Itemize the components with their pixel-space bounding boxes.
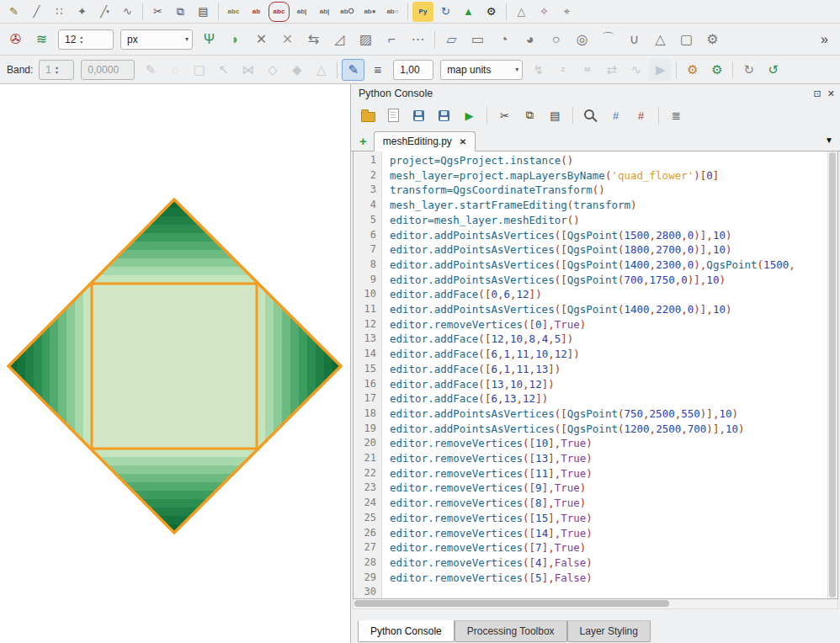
- shape-regular-polygon-icon[interactable]: △: [648, 27, 673, 51]
- reverse-line-icon[interactable]: ⇆: [301, 27, 326, 51]
- label-gray5-icon[interactable]: ab○: [382, 2, 403, 22]
- label-abc-pill-icon[interactable]: abc: [268, 2, 290, 22]
- map-canvas[interactable]: [0, 84, 351, 643]
- object-inspector-icon[interactable]: ≣: [666, 105, 687, 126]
- code-line[interactable]: editor.addPointsAsVertices([QgsPoint(120…: [390, 422, 827, 437]
- more-tools-icon[interactable]: ⋯: [406, 27, 430, 51]
- horizontal-scrollbar-thumb[interactable]: [354, 600, 669, 607]
- shape-polygon-icon[interactable]: ▱: [439, 27, 464, 51]
- vertical-scrollbar[interactable]: [827, 151, 837, 598]
- copy-features-icon[interactable]: ⧉: [170, 2, 191, 22]
- width-field[interactable]: 1,00: [393, 60, 433, 80]
- toggle-editing-icon[interactable]: ✎: [3, 2, 24, 22]
- find-text-icon[interactable]: [580, 105, 601, 126]
- tab-list-icon[interactable]: ▼: [825, 136, 833, 145]
- label-gray2-icon[interactable]: ab|: [314, 2, 335, 22]
- add-record-icon[interactable]: ∷: [49, 2, 70, 22]
- code-line[interactable]: editor.removeVertices([0],True): [390, 317, 827, 332]
- network-nodes-icon[interactable]: ⌖: [556, 2, 577, 22]
- code-line[interactable]: [390, 585, 827, 598]
- code-line[interactable]: editor.addFace([0,6,12]): [390, 287, 827, 302]
- code-line[interactable]: editor.removeVertices([8],True): [390, 496, 827, 511]
- reload-icon[interactable]: ↻: [737, 59, 760, 81]
- gear-plus-icon[interactable]: ⚙: [705, 59, 728, 81]
- code-line[interactable]: editor.addPointsAsVertices([QgsPoint(700…: [390, 273, 827, 288]
- code-line[interactable]: editor.addFace([13,10,12]): [390, 377, 827, 392]
- code-line[interactable]: editor.addFace([6,13,12]): [390, 391, 827, 407]
- elevation-profile-icon[interactable]: ▲: [458, 2, 479, 22]
- code-line[interactable]: editor.addPointsAsVertices([QgsPoint(180…: [390, 242, 827, 258]
- force-menu-icon[interactable]: ≡: [366, 59, 389, 81]
- reshape-icon[interactable]: ▨: [354, 27, 378, 51]
- band-spinner-arrows-icon[interactable]: ▴▾: [56, 65, 58, 75]
- label-gray3-icon[interactable]: abⵔ: [337, 2, 358, 22]
- offset-field[interactable]: 0,0000: [81, 60, 135, 80]
- save-icon[interactable]: [408, 105, 429, 126]
- label-gray4-icon[interactable]: ab●: [359, 2, 380, 22]
- open-script-icon[interactable]: [358, 105, 379, 126]
- digitize-line-icon[interactable]: ╱: [26, 2, 47, 22]
- refresh-icon[interactable]: ↻: [435, 2, 456, 22]
- shape-arc-icon[interactable]: ⌒: [596, 27, 620, 51]
- map-units-dropdown[interactable]: map units ▾: [440, 60, 523, 80]
- topology-nodes-icon[interactable]: ✧: [534, 2, 555, 22]
- band-spinner[interactable]: 1 ▴▾: [39, 60, 74, 80]
- new-tab-icon[interactable]: +: [359, 134, 367, 148]
- plugin-icon[interactable]: ⚙: [481, 2, 502, 22]
- delete-part-icon[interactable]: ✕: [275, 27, 300, 51]
- code-line[interactable]: transform=QgsCoordinateTransform(): [390, 183, 827, 198]
- code-line[interactable]: editor=mesh_layer.meshEditor(): [390, 213, 827, 228]
- copy-icon[interactable]: ⧉: [519, 105, 540, 126]
- dock-tab-python-console[interactable]: Python Console: [358, 620, 455, 642]
- vertical-scrollbar-thumb[interactable]: [829, 152, 836, 598]
- delete-selected-icon[interactable]: ✕: [249, 27, 274, 51]
- code-line[interactable]: editor.removeVertices([15],True): [390, 511, 827, 526]
- vertex-star-icon[interactable]: ✦: [72, 2, 93, 22]
- label-ab-red-icon[interactable]: ab: [246, 2, 267, 22]
- code-line[interactable]: editor.addFace([6,1,11,10,12]): [390, 347, 827, 362]
- curve-tool-icon[interactable]: ∿: [117, 2, 138, 22]
- float-panel-icon[interactable]: ⊡: [814, 88, 821, 99]
- code-line[interactable]: editor.addFace([12,10,8,4,5]): [390, 332, 827, 347]
- close-panel-icon[interactable]: ✕: [827, 88, 835, 99]
- code-line[interactable]: editor.removeVertices([9],True): [390, 481, 827, 496]
- tab-mesh-editing[interactable]: meshEditing.py ✕: [374, 131, 476, 151]
- uncomment-icon[interactable]: #: [630, 105, 651, 126]
- code-line[interactable]: editor.removeVertices([7],True): [390, 540, 827, 555]
- split-features-icon[interactable]: Ψ: [197, 27, 221, 51]
- units-dropdown-px[interactable]: px ▾: [120, 29, 193, 50]
- code-line[interactable]: editor.removeVertices([10],True): [390, 436, 827, 451]
- code-line[interactable]: project=QgsProject.instance(): [390, 153, 827, 168]
- label-gray1-icon[interactable]: ab|: [291, 2, 312, 22]
- code-line[interactable]: editor.removeVertices([4],False): [390, 555, 827, 571]
- code-editor[interactable]: 1234567891011121314151617181920212223242…: [353, 151, 838, 599]
- fill-ring-icon[interactable]: ◗: [223, 27, 247, 51]
- cut-icon[interactable]: ✂: [494, 105, 515, 126]
- revert-icon[interactable]: ↺: [762, 59, 784, 81]
- cut-features-icon[interactable]: ✂: [147, 2, 168, 22]
- shape-rectangle-icon[interactable]: ▭: [465, 27, 490, 51]
- metasearch-icon[interactable]: ✇: [3, 27, 28, 51]
- code-line[interactable]: editor.removeVertices([14],True): [390, 526, 827, 541]
- code-area[interactable]: project=QgsProject.instance()mesh_layer=…: [382, 151, 827, 598]
- check-geometry-icon[interactable]: △: [511, 2, 532, 22]
- close-tab-icon[interactable]: ✕: [460, 137, 466, 146]
- mesh-digitize-active-icon[interactable]: ✎: [342, 59, 364, 81]
- paste-features-icon[interactable]: ▤: [193, 2, 214, 22]
- dock-tab-processing-toolbox[interactable]: Processing Toolbox: [455, 620, 567, 642]
- code-line[interactable]: editor.removeVertices([13],True): [390, 451, 827, 466]
- code-line[interactable]: editor.addPointsAsVertices([QgsPoint(150…: [390, 228, 827, 243]
- horizontal-scrollbar[interactable]: [353, 599, 838, 609]
- code-line[interactable]: editor.addPointsAsVertices([QgsPoint(750…: [390, 407, 827, 422]
- label-abc-icon[interactable]: abc: [223, 2, 244, 22]
- dock-tab-layer-styling[interactable]: Layer Styling: [567, 620, 651, 642]
- shape-settings-icon[interactable]: ⚙: [700, 27, 725, 51]
- code-line[interactable]: editor.addPointsAsVertices([QgsPoint(140…: [390, 302, 827, 317]
- open-in-editor-icon[interactable]: [383, 105, 404, 126]
- spinner-arrows-icon[interactable]: ▴▾: [80, 35, 82, 45]
- shape-curve-icon[interactable]: ∪: [622, 27, 646, 51]
- code-line[interactable]: mesh_layer.startFrameEditing(transform): [390, 198, 827, 213]
- gear-orange-icon[interactable]: ⚙: [681, 59, 704, 81]
- shape-ellipse-icon[interactable]: ○: [544, 27, 568, 51]
- size-spinner[interactable]: 12 ▴▾: [58, 29, 114, 50]
